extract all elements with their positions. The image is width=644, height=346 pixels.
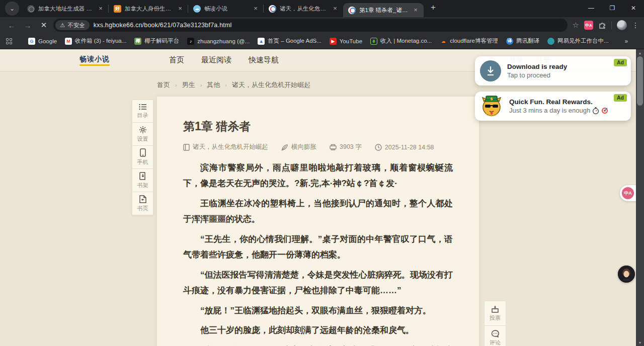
breadcrumb: 首页 › 男生 › 其他 › 诸天，从生化危机开始崛起 (157, 80, 310, 90)
tab-strip: ⌄ 加拿大地址生成器 - 加拿大身份 × 好 加拿大人身份生成-世界各国虚拟 ×… (0, 0, 644, 17)
scroll-up-arrow[interactable]: ▲ (636, 49, 644, 56)
comment-bubble-icon (491, 330, 500, 337)
ad-subtitle: Just 3 mins a day is enough (509, 107, 590, 114)
security-label: 不安全 (67, 22, 85, 29)
bookmark-google[interactable]: GGoogle (28, 38, 57, 45)
paragraph: 滨海市警察局外，雨点噼里啪啦地敲打着玻璃，顺着窗棂蜿蜒流下，像是老天在无声的哭泣… (183, 160, 453, 192)
ad-title: Download is ready (507, 63, 567, 70)
bookmark-monetag[interactable]: ē收入 | Monetag.co... (370, 37, 432, 45)
translate-extension-icon[interactable]: 中A (584, 21, 593, 30)
meta-publish-time: 2025-11-28 14:58 (385, 144, 434, 151)
bookmark-gmail-inbox[interactable]: M收件箱 (3) - feiyua... (65, 37, 126, 45)
chrome-menu-icon[interactable]: ⋮ (632, 21, 639, 29)
translate-float-button[interactable]: 中A (620, 185, 637, 201)
bookmark-youtube[interactable]: ▶YouTube (330, 38, 362, 45)
meta-word-count-value: 3903 字 (340, 143, 362, 151)
vote-button[interactable]: 投票 (484, 301, 506, 326)
meta-author-name[interactable]: 横向膨胀 (291, 143, 316, 151)
meta-book-name[interactable]: 诸天，从生化危机开始崛起 (193, 143, 268, 151)
tab-chapter-active[interactable]: 第1章 猎杀者_诸天，从生化危机 × (343, 3, 424, 17)
forward-button[interactable]: → (21, 19, 34, 32)
book-add-icon (139, 172, 146, 180)
bookmark-tiktok[interactable]: ♪zhuangzhuang (@... (187, 38, 250, 45)
browser-chrome: ⌄ 加拿大地址生成器 - 加拿大身份 × 好 加拿大人身份生成-世界各国虚拟 ×… (0, 0, 644, 49)
breadcrumb-subcategory[interactable]: 其他 (207, 80, 220, 90)
orange-favicon-icon: 好 (114, 5, 121, 13)
doge-mascot-icon: $ (480, 95, 503, 118)
profile-avatar[interactable] (617, 20, 627, 30)
tab-book-index[interactable]: 诸天，从生化危机开始崛起-其他 × (264, 0, 343, 17)
tab-identity-generator[interactable]: 好 加拿大人身份生成-世界各国虚拟 × (109, 0, 188, 17)
tab-close-icon[interactable]: × (97, 5, 105, 13)
breadcrumb-book[interactable]: 诸天，从生化危机开始崛起 (232, 80, 310, 90)
stop-button[interactable]: ✕ (37, 19, 50, 32)
paragraph: “但法医报告写得清清楚楚，令妹是突发性心脏病猝死。现场没有打斗痕迹，没有暴力侵害… (183, 268, 453, 299)
ad-badge[interactable]: Ad (614, 94, 627, 102)
ballot-box-icon (491, 305, 499, 313)
ad-card-download[interactable]: Download is ready Tap to proceed Ad (475, 56, 631, 85)
bookshelf-button[interactable]: 书架 (132, 169, 153, 192)
site-logo[interactable]: 畅读小说 (79, 55, 110, 66)
bookmarks-overflow-chevron[interactable]: » (625, 38, 628, 45)
ad-badge[interactable]: Ad (614, 59, 627, 66)
url-text[interactable]: kxs.hgboke66.cn/book/621/07a3e3123bf7a.h… (94, 22, 232, 29)
address-bar[interactable]: ⚠ 不安全 kxs.hgboke66.cn/book/621/07a3e3123… (53, 19, 568, 32)
page-scrollbar[interactable]: ▲ ▼ (636, 49, 644, 346)
bookmark-coconut-platform[interactable]: 椰椰子解码平台 (134, 37, 179, 45)
window-close-button[interactable]: ✕ (623, 0, 644, 16)
apps-grid-icon[interactable] (6, 38, 12, 44)
tab-close-icon[interactable]: × (176, 5, 184, 13)
chapter-meta: 诸天，从生化危机开始崛起 横向膨胀 3903 字 2025-11-28 14:5… (183, 143, 453, 151)
swirl-favicon-icon (269, 5, 276, 13)
bookmark-adsense[interactable]: ▲首页 – Google AdS... (258, 37, 321, 45)
window-controls: — ❐ ✕ (581, 0, 644, 16)
reader-float-tools: 投票 评论 (484, 301, 506, 346)
counter-icon (330, 144, 337, 150)
extensions-puzzle-icon[interactable] (598, 21, 606, 29)
window-minimize-button[interactable]: — (581, 0, 602, 16)
window-maximize-button[interactable]: ❐ (602, 0, 623, 16)
bookmark-star-icon[interactable]: ☆ (573, 21, 579, 30)
bookmarks-bar: GGoogle M收件箱 (3) - feiyua... 椰椰子解码平台 ♪zh… (0, 33, 644, 49)
tab-novel-site[interactable]: ☁ 畅读小说 × (188, 0, 264, 17)
back-button[interactable]: ← (5, 19, 18, 32)
nav-recent-reads[interactable]: 最近阅读 (201, 55, 231, 65)
assistant-avatar[interactable] (618, 266, 635, 283)
ad-title: Quick Fun. Real Rewards. (509, 98, 608, 106)
tab-title: 加拿大地址生成器 - 加拿大身份 (38, 5, 93, 13)
reader-side-tools: 目录 设置 手机 书架 书页 (132, 100, 153, 215)
bookmark-netease-workbench[interactable]: 网易见外工作台中... (547, 37, 609, 45)
tab-close-icon[interactable]: × (331, 5, 339, 13)
security-chip[interactable]: ⚠ 不安全 (55, 20, 90, 30)
svg-text:$: $ (491, 97, 493, 101)
bookmark-tencent-translate[interactable]: 译腾讯翻译 (506, 37, 539, 45)
nav-quick-navigation[interactable]: 快速导航 (249, 55, 279, 65)
warning-icon: ⚠ (60, 22, 65, 29)
tab-close-icon[interactable]: × (412, 6, 420, 14)
breadcrumb-category[interactable]: 男生 (182, 80, 195, 90)
breadcrumb-home[interactable]: 首页 (157, 80, 170, 90)
tab-title: 加拿大人身份生成-世界各国虚拟 (125, 5, 173, 13)
scroll-down-arrow[interactable]: ▼ (636, 339, 644, 346)
meta-book: 诸天，从生化危机开始崛起 (183, 143, 268, 151)
chapter-body: 滨海市警察局外，雨点噼里啪啦地敲打着玻璃，顺着窗棂蜿蜒流下，像是老天在无声的哭泣… (183, 160, 453, 346)
catalog-button[interactable]: 目录 (132, 100, 153, 123)
ad-card-rewards[interactable]: $ Quick Fun. Real Rewards. Just 3 mins a… (475, 92, 631, 121)
settings-button[interactable]: 设置 (132, 123, 153, 146)
browser-toolbar: ← → ✕ ⚠ 不安全 kxs.hgboke66.cn/book/621/07a… (0, 17, 644, 33)
paragraph: “王先生，你的心情我们理解。”桌子对面的中年警官叹了口气，语气带着些许疲惫，他翻… (183, 232, 453, 263)
scrollbar-thumb[interactable] (637, 56, 643, 106)
mobile-button[interactable]: 手机 (132, 146, 153, 169)
bookmark-cloudflare[interactable]: ☁cloudflare博客管理 (440, 37, 498, 45)
tab-search-button[interactable]: ⌄ (5, 2, 19, 16)
translate-icon: 中A (622, 187, 634, 199)
meta-datetime: 2025-11-28 14:58 (375, 144, 434, 151)
comment-button[interactable]: 评论 (484, 326, 506, 346)
tab-close-icon[interactable]: × (252, 5, 260, 13)
book-icon (183, 144, 190, 151)
bookpage-button[interactable]: 书页 (132, 192, 153, 215)
tab-address-generator[interactable]: 加拿大地址生成器 - 加拿大身份 × (22, 0, 109, 17)
nav-home[interactable]: 首页 (169, 55, 184, 65)
new-tab-button[interactable]: + (427, 1, 440, 14)
globe-favicon-icon (27, 5, 35, 13)
